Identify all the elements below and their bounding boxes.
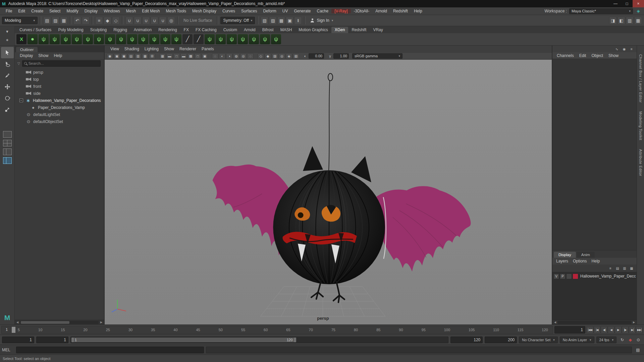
channel-show-menu[interactable]: Show bbox=[606, 53, 621, 58]
motion-blur-icon[interactable]: ◌ bbox=[247, 53, 254, 59]
viewport-canvas[interactable]: persp bbox=[105, 60, 552, 324]
outliner-item-persp[interactable]: persp bbox=[15, 69, 104, 76]
layout-persp-outliner-button[interactable] bbox=[3, 148, 12, 155]
xgen-groom-comb-icon[interactable]: ╱ bbox=[182, 34, 193, 44]
play-forwards-button[interactable]: ▶ bbox=[615, 326, 622, 334]
menu-surfaces[interactable]: Surfaces bbox=[238, 9, 260, 13]
menu-deform[interactable]: Deform bbox=[260, 9, 279, 13]
ipr-render-icon[interactable]: ▩ bbox=[277, 17, 285, 24]
menu-mesh-display[interactable]: Mesh Display bbox=[189, 9, 219, 13]
scroll-track[interactable] bbox=[558, 321, 631, 324]
xgen-groom-length-icon[interactable]: ψ bbox=[205, 34, 215, 44]
outliner-panel-title[interactable]: Outliner bbox=[16, 47, 38, 52]
select-by-hierarchy-icon[interactable]: ≡ bbox=[95, 17, 103, 24]
maximize-button[interactable]: □ bbox=[621, 0, 633, 7]
xgen-update-preview-icon[interactable]: ψ bbox=[61, 34, 71, 44]
frame-all-icon[interactable]: ◌ bbox=[212, 53, 218, 59]
step-forward-frame-button[interactable]: |▶ bbox=[622, 326, 629, 334]
xgen-groom-noise-icon[interactable]: ψ bbox=[216, 34, 226, 44]
sidebar-tab-channel-box-layer-editor[interactable]: Channel Box / Layer Editor bbox=[639, 54, 643, 103]
range-slider-bar[interactable]: 1 120 bbox=[71, 338, 296, 342]
occlusion-icon[interactable]: ◎ bbox=[240, 53, 247, 59]
outliner-menu-display[interactable]: Display bbox=[17, 53, 35, 58]
close-button[interactable]: × bbox=[633, 0, 644, 7]
playhead[interactable] bbox=[12, 327, 15, 333]
layout-four-view-button[interactable] bbox=[3, 140, 12, 146]
menu-mesh[interactable]: Mesh bbox=[123, 9, 139, 13]
shelf-tab-vray[interactable]: VRay bbox=[370, 27, 386, 33]
isolate-select-icon[interactable]: ▧ bbox=[293, 53, 299, 59]
safe-action-icon[interactable]: □ bbox=[195, 53, 201, 59]
playback-end-field[interactable] bbox=[450, 337, 483, 343]
character-set-selector[interactable]: No Character Set ▾ bbox=[519, 337, 558, 343]
viewport-menu-shading[interactable]: Shading bbox=[122, 47, 142, 51]
playback-loop-icon[interactable]: ↻ bbox=[619, 337, 626, 343]
xgen-clear-preview-icon[interactable]: ψ bbox=[72, 34, 82, 44]
layer-purge-icon[interactable]: ▦ bbox=[629, 265, 635, 271]
shelf-tab-fx-caching[interactable]: FX Caching bbox=[192, 27, 220, 33]
select-by-object-icon[interactable]: ◆ bbox=[104, 17, 111, 24]
viewport-menu-view[interactable]: View bbox=[108, 47, 121, 51]
layer-options-icon[interactable]: ≡ bbox=[607, 265, 613, 271]
outliner-item-defaultlightset[interactable]: defaultLightSet bbox=[15, 111, 104, 118]
shelf-tab-xgen[interactable]: XGen bbox=[331, 27, 348, 33]
layer-options-menu[interactable]: Options bbox=[571, 259, 589, 263]
shelf-options-gear-icon[interactable]: ∗ bbox=[4, 37, 11, 43]
xgen-groom-width-icon[interactable]: ψ bbox=[249, 34, 259, 44]
new-empty-layer-icon[interactable]: ▤ bbox=[614, 265, 621, 271]
menu-uv[interactable]: UV bbox=[279, 9, 291, 13]
select-tool-button[interactable] bbox=[1, 47, 14, 58]
new-scene-icon[interactable]: ▤ bbox=[43, 17, 51, 24]
outliner-item-halloween-vamp-paper-decorations[interactable]: Halloween_Vamp_Paper_Decorations bbox=[15, 97, 104, 104]
symmetry-selector[interactable]: Symmetry: Off ▾ bbox=[220, 17, 255, 24]
layer-color-swatch[interactable] bbox=[573, 274, 578, 279]
viewport-renderer-icon[interactable]: ◉ bbox=[107, 53, 113, 59]
layer-row[interactable]: V P Halloween_Vamp_Paper_Deco bbox=[552, 273, 637, 280]
outliner-menu-help[interactable]: Help bbox=[51, 53, 64, 58]
xgen-export-patches-icon[interactable]: ψ bbox=[83, 34, 93, 44]
outliner-item-defaultobjectset[interactable]: defaultObjectSet bbox=[15, 118, 104, 125]
safe-title-icon[interactable]: ▣ bbox=[202, 53, 208, 59]
play-backwards-button[interactable]: ◀ bbox=[608, 326, 614, 334]
menu-edit-mesh[interactable]: Edit Mesh bbox=[139, 9, 163, 13]
viewport-menu-panels[interactable]: Panels bbox=[199, 47, 216, 51]
xgen-add-collection-icon[interactable]: ψ bbox=[39, 34, 49, 44]
exposure-icon[interactable]: ◐ bbox=[303, 54, 308, 58]
menu-arnold[interactable]: Arnold bbox=[372, 9, 390, 13]
undo-icon[interactable]: ↶ bbox=[73, 17, 81, 24]
sidebar-tab-modeling-toolkit[interactable]: Modeling Toolkit bbox=[639, 111, 643, 140]
menu-select[interactable]: Select bbox=[46, 9, 63, 13]
all-lights-icon[interactable]: ◑ bbox=[226, 53, 232, 59]
scroll-track[interactable] bbox=[20, 321, 99, 324]
animation-end-field[interactable] bbox=[485, 337, 517, 343]
shadows-icon[interactable]: ◍ bbox=[233, 53, 239, 59]
xgen-append-description-icon[interactable]: ψ bbox=[50, 34, 60, 44]
scroll-left-icon[interactable]: ◀ bbox=[15, 321, 19, 324]
shelf-tab-custom[interactable]: Custom bbox=[220, 27, 240, 33]
shelf-tab-motion-graphics[interactable]: Motion Graphics bbox=[295, 27, 331, 33]
go-to-end-button[interactable]: ▶▶| bbox=[636, 326, 643, 334]
menu-curves[interactable]: Curves bbox=[219, 9, 238, 13]
menu-edit[interactable]: Edit bbox=[15, 9, 28, 13]
viewport-scene[interactable]: persp bbox=[105, 60, 552, 324]
make-live-icon[interactable]: ◎ bbox=[167, 17, 175, 24]
time-slider-track[interactable]: 1 51015202530354045505560657075808590951… bbox=[1, 326, 553, 334]
menu-help[interactable]: Help bbox=[411, 9, 425, 13]
playback-start-field[interactable] bbox=[36, 337, 68, 343]
xgen-groom-density-icon[interactable]: ψ bbox=[238, 34, 248, 44]
xgen-editor-icon[interactable]: X bbox=[16, 34, 26, 44]
snap-to-grid-icon[interactable]: ∪ bbox=[125, 17, 133, 24]
grid-icon[interactable]: ▦ bbox=[159, 53, 166, 59]
xgen-interactive-groom-splines-icon[interactable]: ψ bbox=[260, 34, 270, 44]
script-editor-icon[interactable]: ▤ bbox=[634, 347, 642, 353]
textured-icon[interactable]: ▨ bbox=[272, 53, 278, 59]
channel-display-options-icon[interactable]: ∿ bbox=[614, 46, 620, 52]
xray-icon[interactable]: ◈ bbox=[286, 53, 292, 59]
channel-edit-menu[interactable]: Edit bbox=[577, 53, 589, 58]
viewport-menu-show[interactable]: Show bbox=[162, 47, 176, 51]
pause-viewport-icon[interactable]: ‖ bbox=[294, 17, 302, 24]
outliner-menu-show[interactable]: Show bbox=[36, 53, 51, 58]
shelf-tab-arnold[interactable]: Arnold bbox=[240, 27, 259, 33]
use-all-lights-icon[interactable]: ◎ bbox=[279, 53, 285, 59]
viewport-menu-lighting[interactable]: Lighting bbox=[142, 47, 161, 51]
